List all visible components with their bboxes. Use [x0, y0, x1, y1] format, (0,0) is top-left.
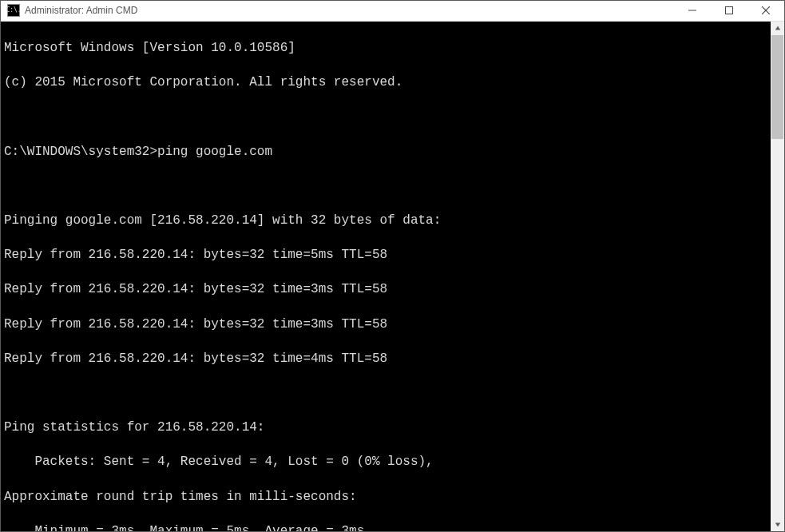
- window-title: Administrator: Admin CMD: [25, 5, 137, 16]
- close-button[interactable]: [747, 1, 784, 21]
- cmd-icon: C:\.: [7, 4, 20, 17]
- titlebar[interactable]: C:\. Administrator: Admin CMD: [1, 1, 784, 22]
- maximize-button[interactable]: [711, 1, 747, 21]
- ping-reply: Reply from 216.58.220.14: bytes=32 time=…: [4, 351, 769, 368]
- blank-line: [4, 385, 769, 403]
- stats-header: Ping statistics for 216.58.220.14:: [4, 419, 769, 437]
- prompt-line-1: C:\WINDOWS\system32>ping google.com: [4, 144, 769, 161]
- close-icon: [762, 6, 770, 14]
- minimize-icon: [688, 6, 696, 14]
- window-controls: [674, 1, 784, 21]
- ping-reply: Reply from 216.58.220.14: bytes=32 time=…: [4, 316, 769, 334]
- chevron-up-icon: [775, 25, 781, 31]
- rtt-values: Minimum = 3ms, Maximum = 5ms, Average = …: [4, 523, 769, 531]
- maximize-icon: [725, 6, 733, 14]
- scroll-down-button[interactable]: [771, 518, 784, 531]
- ping-header: Pinging google.com [216.58.220.14] with …: [4, 212, 769, 230]
- scroll-up-button[interactable]: [771, 22, 784, 35]
- command-text: ping google.com: [157, 145, 272, 159]
- cmd-window: C:\. Administrator: Admin CMD Microsoft …: [0, 0, 785, 532]
- ping-reply: Reply from 216.58.220.14: bytes=32 time=…: [4, 247, 769, 264]
- banner-version: Microsoft Windows [Version 10.0.10586]: [4, 40, 769, 58]
- blank-line: [4, 109, 769, 126]
- client-area: Microsoft Windows [Version 10.0.10586] (…: [1, 22, 784, 531]
- banner-copyright: (c) 2015 Microsoft Corporation. All righ…: [4, 74, 769, 92]
- prompt-path: C:\WINDOWS\system32>: [4, 145, 157, 159]
- rtt-header: Approximate round trip times in milli-se…: [4, 489, 769, 506]
- chevron-down-icon: [775, 522, 781, 528]
- cmd-icon-glyph: C:\.: [6, 7, 21, 14]
- terminal-output[interactable]: Microsoft Windows [Version 10.0.10586] (…: [1, 22, 771, 531]
- svg-rect-1: [726, 7, 733, 14]
- svg-marker-4: [775, 26, 779, 30]
- scrollbar-thumb[interactable]: [771, 35, 783, 139]
- stats-packets: Packets: Sent = 4, Received = 4, Lost = …: [4, 454, 769, 471]
- svg-marker-5: [775, 522, 779, 526]
- scrollbar-track[interactable]: [771, 35, 784, 518]
- minimize-button[interactable]: [674, 1, 711, 21]
- ping-reply: Reply from 216.58.220.14: bytes=32 time=…: [4, 281, 769, 299]
- blank-line: [4, 178, 769, 196]
- vertical-scrollbar[interactable]: [771, 22, 784, 531]
